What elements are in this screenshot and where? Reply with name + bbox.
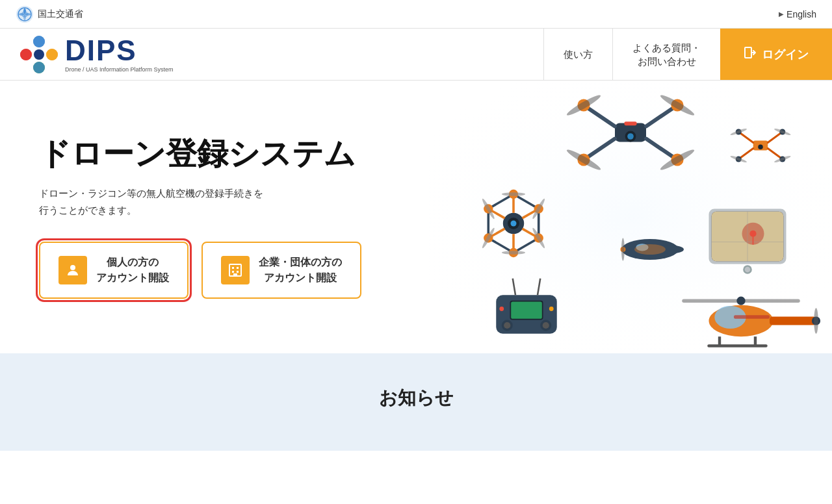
hero-buttons: 個人の方の アカウント開設 xyxy=(39,242,396,299)
nav-items: 使い方 よくある質問・お問い合わせ ログイン xyxy=(543,29,832,80)
logo-area: DIPS Drone / UAS Information Platform Sy… xyxy=(0,29,543,80)
nav-usage[interactable]: 使い方 xyxy=(543,29,612,80)
svg-point-98 xyxy=(814,308,818,334)
hero-section: ドローン登録システム ドローン・ラジコン等の無人航空機の登録手続きを 行うことが… xyxy=(0,81,832,353)
personal-btn-text: 個人の方の アカウント開設 xyxy=(96,255,169,286)
svg-point-35 xyxy=(627,133,634,140)
drone-illustration-svg xyxy=(429,81,832,353)
svg-rect-16 xyxy=(237,267,239,269)
svg-rect-19 xyxy=(233,273,237,276)
dips-subtitle: Drone / UAS Information Platform System xyxy=(65,66,174,73)
corporate-icon xyxy=(221,256,250,284)
dips-label-area: DIPS Drone / UAS Information Platform Sy… xyxy=(65,36,174,73)
top-bar: 国土交通省 English xyxy=(0,0,832,29)
personal-account-button[interactable]: 個人の方の アカウント開設 xyxy=(39,242,188,299)
svg-point-93 xyxy=(758,145,763,150)
svg-rect-104 xyxy=(734,315,770,319)
header-nav: DIPS Drone / UAS Information Platform Sy… xyxy=(0,29,832,81)
svg-point-58 xyxy=(511,221,517,227)
corporate-line1: 企業・団体の方の xyxy=(259,255,342,270)
login-button[interactable]: ログイン xyxy=(720,29,832,80)
svg-point-109 xyxy=(621,238,625,260)
svg-rect-95 xyxy=(770,316,816,325)
ministry-logo: 国土交通省 xyxy=(16,5,83,23)
svg-point-69 xyxy=(549,307,554,311)
svg-rect-17 xyxy=(232,271,234,273)
svg-rect-18 xyxy=(237,271,239,273)
personal-line1: 個人の方の xyxy=(96,255,169,270)
svg-rect-12 xyxy=(745,47,751,58)
dips-title: DIPS xyxy=(65,36,174,65)
ministry-icon xyxy=(16,5,34,23)
login-icon xyxy=(744,46,757,62)
english-link[interactable]: English xyxy=(779,9,816,19)
svg-point-65 xyxy=(543,322,549,329)
personal-line2: アカウント開設 xyxy=(96,270,169,286)
hero-desc: ドローン・ラジコン等の無人航空機の登録手続きを 行うことができます。 xyxy=(39,185,396,218)
ministry-name-text: 国土交通省 xyxy=(38,8,83,20)
dips-logo-wrapper: DIPS Drone / UAS Information Platform Sy… xyxy=(20,35,174,74)
svg-point-54 xyxy=(502,251,525,254)
nav-faq[interactable]: よくある質問・お問い合わせ xyxy=(612,29,720,80)
hero-drone-image xyxy=(429,81,832,353)
personal-icon xyxy=(58,256,87,284)
corporate-btn-text: 企業・団体の方の アカウント開設 xyxy=(259,255,342,286)
svg-rect-15 xyxy=(232,267,234,269)
svg-rect-36 xyxy=(624,121,636,125)
svg-point-51 xyxy=(502,192,525,195)
svg-point-79 xyxy=(745,267,751,273)
svg-point-100 xyxy=(736,297,745,305)
svg-point-13 xyxy=(70,265,75,270)
hero-title: ドローン登録システム xyxy=(39,135,396,173)
hero-desc-line1: ドローン・ラジコン等の無人航空機の登録手続きを xyxy=(39,188,263,199)
login-label: ログイン xyxy=(762,47,809,62)
hero-desc-line2: 行うことができます。 xyxy=(39,205,136,216)
svg-rect-61 xyxy=(511,301,542,318)
corporate-account-button[interactable]: 企業・団体の方の アカウント開設 xyxy=(202,242,361,299)
hero-content: ドローン登録システム ドローン・ラジコン等の無人航空機の登録手続きを 行うことが… xyxy=(39,135,396,299)
svg-point-9 xyxy=(20,49,32,60)
dips-icon xyxy=(20,35,58,74)
svg-point-68 xyxy=(499,307,504,311)
svg-point-111 xyxy=(634,244,666,255)
svg-point-7 xyxy=(34,49,44,60)
news-title: お知らせ xyxy=(39,386,793,410)
news-section: お知らせ xyxy=(0,353,832,451)
svg-point-10 xyxy=(46,49,58,60)
corporate-line2: アカウント開設 xyxy=(259,270,342,286)
svg-point-8 xyxy=(33,36,45,47)
svg-point-11 xyxy=(33,62,45,73)
svg-point-63 xyxy=(504,322,510,329)
